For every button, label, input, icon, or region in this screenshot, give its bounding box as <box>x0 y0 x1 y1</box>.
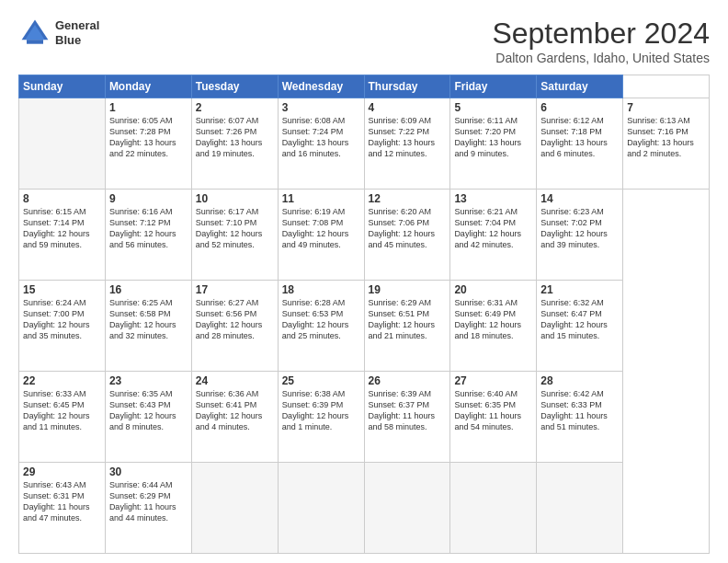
svg-rect-2 <box>27 40 43 44</box>
calendar-cell-day-29: 29Sunrise: 6:43 AMSunset: 6:31 PMDayligh… <box>19 463 106 554</box>
calendar-cell-day-18: 18Sunrise: 6:28 AMSunset: 6:53 PMDayligh… <box>278 281 364 372</box>
empty-cell <box>450 463 537 554</box>
calendar: SundayMondayTuesdayWednesdayThursdayFrid… <box>18 75 710 554</box>
calendar-cell-day-13: 13Sunrise: 6:21 AMSunset: 7:04 PMDayligh… <box>450 190 537 281</box>
header: General Blue September 2024 Dalton Garde… <box>18 17 710 65</box>
logo-text: General Blue <box>55 18 99 47</box>
logo: General Blue <box>18 17 99 50</box>
empty-cell <box>191 463 278 554</box>
calendar-cell-day-25: 25Sunrise: 6:38 AMSunset: 6:39 PMDayligh… <box>278 372 364 463</box>
calendar-cell-day-12: 12Sunrise: 6:20 AMSunset: 7:06 PMDayligh… <box>364 190 450 281</box>
calendar-cell-day-22: 22Sunrise: 6:33 AMSunset: 6:45 PMDayligh… <box>19 372 106 463</box>
calendar-week-1: 1Sunrise: 6:05 AMSunset: 7:28 PMDaylight… <box>19 98 710 190</box>
calendar-cell-day-5: 5Sunrise: 6:11 AMSunset: 7:20 PMDaylight… <box>450 98 537 190</box>
calendar-cell-day-4: 4Sunrise: 6:09 AMSunset: 7:22 PMDaylight… <box>364 98 450 190</box>
empty-cell <box>278 463 364 554</box>
day-header-tuesday: Tuesday <box>191 75 278 98</box>
logo-icon <box>18 17 51 50</box>
month-title: September 2024 <box>492 17 710 51</box>
calendar-cell-day-17: 17Sunrise: 6:27 AMSunset: 6:56 PMDayligh… <box>191 281 278 372</box>
empty-cell <box>537 463 623 554</box>
calendar-cell-day-15: 15Sunrise: 6:24 AMSunset: 7:00 PMDayligh… <box>19 281 106 372</box>
calendar-week-5: 29Sunrise: 6:43 AMSunset: 6:31 PMDayligh… <box>19 463 710 554</box>
calendar-week-3: 15Sunrise: 6:24 AMSunset: 7:00 PMDayligh… <box>19 281 710 372</box>
calendar-cell-day-27: 27Sunrise: 6:40 AMSunset: 6:35 PMDayligh… <box>450 372 537 463</box>
day-header-saturday: Saturday <box>537 75 623 98</box>
calendar-cell-day-7: 7Sunrise: 6:13 AMSunset: 7:16 PMDaylight… <box>623 98 710 190</box>
calendar-cell-day-9: 9Sunrise: 6:16 AMSunset: 7:12 PMDaylight… <box>105 190 191 281</box>
calendar-cell-day-8: 8Sunrise: 6:15 AMSunset: 7:14 PMDaylight… <box>19 190 106 281</box>
empty-cell <box>19 98 106 190</box>
day-header-wednesday: Wednesday <box>278 75 364 98</box>
calendar-cell-day-10: 10Sunrise: 6:17 AMSunset: 7:10 PMDayligh… <box>191 190 278 281</box>
calendar-week-2: 8Sunrise: 6:15 AMSunset: 7:14 PMDaylight… <box>19 190 710 281</box>
calendar-cell-day-2: 2Sunrise: 6:07 AMSunset: 7:26 PMDaylight… <box>191 98 278 190</box>
calendar-cell-day-28: 28Sunrise: 6:42 AMSunset: 6:33 PMDayligh… <box>537 372 623 463</box>
page: General Blue September 2024 Dalton Garde… <box>0 0 728 563</box>
calendar-cell-day-21: 21Sunrise: 6:32 AMSunset: 6:47 PMDayligh… <box>537 281 623 372</box>
calendar-cell-day-23: 23Sunrise: 6:35 AMSunset: 6:43 PMDayligh… <box>105 372 191 463</box>
calendar-cell-day-26: 26Sunrise: 6:39 AMSunset: 6:37 PMDayligh… <box>364 372 450 463</box>
calendar-cell-day-20: 20Sunrise: 6:31 AMSunset: 6:49 PMDayligh… <box>450 281 537 372</box>
calendar-week-4: 22Sunrise: 6:33 AMSunset: 6:45 PMDayligh… <box>19 372 710 463</box>
calendar-cell-day-19: 19Sunrise: 6:29 AMSunset: 6:51 PMDayligh… <box>364 281 450 372</box>
day-header-friday: Friday <box>450 75 537 98</box>
calendar-header-row: SundayMondayTuesdayWednesdayThursdayFrid… <box>19 75 710 98</box>
day-header-sunday: Sunday <box>19 75 106 98</box>
calendar-cell-day-30: 30Sunrise: 6:44 AMSunset: 6:29 PMDayligh… <box>105 463 191 554</box>
day-header-monday: Monday <box>105 75 191 98</box>
calendar-cell-day-11: 11Sunrise: 6:19 AMSunset: 7:08 PMDayligh… <box>278 190 364 281</box>
subtitle: Dalton Gardens, Idaho, United States <box>492 51 710 65</box>
calendar-cell-day-24: 24Sunrise: 6:36 AMSunset: 6:41 PMDayligh… <box>191 372 278 463</box>
calendar-cell-day-14: 14Sunrise: 6:23 AMSunset: 7:02 PMDayligh… <box>537 190 623 281</box>
title-block: September 2024 Dalton Gardens, Idaho, Un… <box>492 17 710 65</box>
empty-cell <box>364 463 450 554</box>
day-header-thursday: Thursday <box>364 75 450 98</box>
calendar-cell-day-16: 16Sunrise: 6:25 AMSunset: 6:58 PMDayligh… <box>105 281 191 372</box>
calendar-cell-day-3: 3Sunrise: 6:08 AMSunset: 7:24 PMDaylight… <box>278 98 364 190</box>
calendar-cell-day-1: 1Sunrise: 6:05 AMSunset: 7:28 PMDaylight… <box>105 98 191 190</box>
calendar-cell-day-6: 6Sunrise: 6:12 AMSunset: 7:18 PMDaylight… <box>537 98 623 190</box>
